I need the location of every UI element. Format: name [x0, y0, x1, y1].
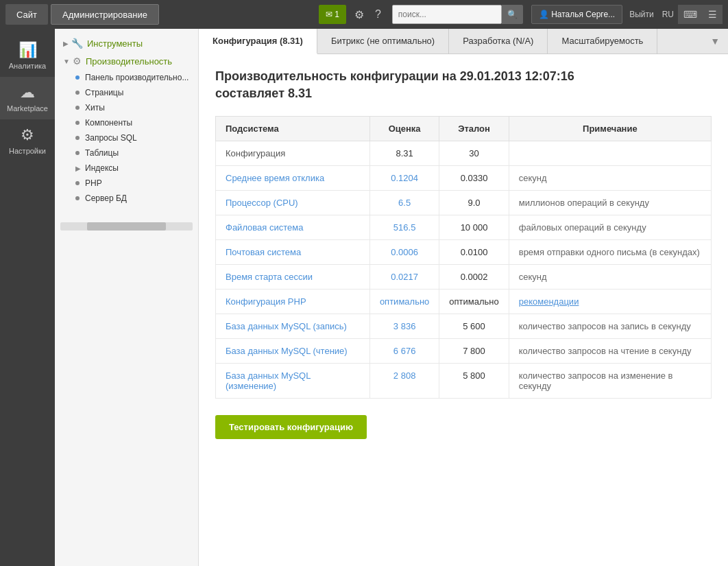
row-link-5[interactable]: Время старта сессии [226, 272, 313, 282]
cell-name-2[interactable]: Процессор (CPU) [216, 191, 370, 215]
row-link-6[interactable]: Конфигурация PHP [226, 296, 306, 307]
nav-dot-dbserver [75, 196, 80, 200]
col-header-standard: Эталон [439, 117, 509, 141]
language-button[interactable]: RU [658, 10, 678, 19]
nav-subitem-components[interactable]: Компоненты [55, 115, 198, 130]
sidebar-item-analytics[interactable]: 📊 Аналитика [0, 34, 55, 77]
nav-item-performance[interactable]: ▼ ⚙ Производительность [55, 52, 198, 70]
nav-icon-tools: 🔧 [71, 38, 83, 49]
table-row: База данных MySQL (изменение)2 8085 800к… [216, 364, 712, 399]
nav-arrow-performance: ▼ [63, 58, 70, 65]
row-link-7[interactable]: База данных MySQL (запись) [226, 321, 347, 331]
nav-tree: ▶ 🔧 Инструменты ▼ ⚙ Производительность П… [55, 29, 199, 566]
nav-subitem-pages[interactable]: Страницы [55, 85, 198, 100]
search-input[interactable] [392, 5, 502, 24]
row-link-4[interactable]: Почтовая система [226, 247, 301, 257]
extra-button[interactable]: ☰ [703, 5, 723, 24]
nav-label-indexes: Индексы [85, 163, 119, 173]
admin-button[interactable]: Администрирование [51, 4, 159, 25]
cell-name-3[interactable]: Файловая система [216, 215, 370, 240]
cell-standard-5: 0.0002 [439, 265, 509, 290]
table-row: Почтовая система0.00060.0100время отправ… [216, 240, 712, 265]
table-row: Файловая система516.510 000файловых опер… [216, 215, 712, 240]
cell-note-6: рекомендации [509, 290, 711, 314]
tab-dev[interactable]: Разработка (N/A) [449, 29, 548, 54]
page-title: Производительность конфигурации на 29.01… [215, 68, 712, 102]
cell-name-1[interactable]: Среднее время отклика [216, 166, 370, 191]
cell-standard-7: 5 600 [439, 314, 509, 339]
cell-name-4[interactable]: Почтовая система [216, 240, 370, 265]
sidebar-label-analytics: Аналитика [9, 62, 46, 70]
nav-label-php: PHP [85, 178, 102, 188]
nav-scrollbar-track [87, 222, 167, 231]
sidebar-item-settings[interactable]: ⚙ Настройки [0, 119, 55, 162]
nav-scrollbar[interactable] [60, 222, 193, 231]
col-header-subsystem: Подсистема [216, 117, 370, 141]
nav-subitem-php[interactable]: PHP [55, 176, 198, 191]
nav-label-hits: Хиты [85, 103, 105, 113]
cell-note-7: количество запросов на запись в секунду [509, 314, 711, 339]
row-link-2[interactable]: Процессор (CPU) [226, 198, 298, 208]
table-row: База данных MySQL (запись)3 8365 600коли… [216, 314, 712, 339]
nav-subitem-dbserver[interactable]: Сервер БД [55, 191, 198, 206]
nav-label-dbserver: Сервер БД [85, 193, 127, 203]
cell-standard-4: 0.0100 [439, 240, 509, 265]
nav-subitem-hits[interactable]: Хиты [55, 100, 198, 115]
cell-name-7[interactable]: База данных MySQL (запись) [216, 314, 370, 339]
col-header-score: Оценка [369, 117, 439, 141]
row-link-8[interactable]: База данных MySQL (чтение) [226, 346, 348, 356]
cell-name-5[interactable]: Время старта сессии [216, 265, 370, 290]
cell-standard-8: 7 800 [439, 339, 509, 364]
nav-dot-tables [75, 151, 80, 155]
settings-icon-button[interactable]: ⚙ [349, 4, 369, 25]
user-menu-button[interactable]: 👤 Наталья Серге... [531, 5, 622, 24]
search-button[interactable]: 🔍 [502, 5, 523, 24]
cell-note-9: количество запросов на изменение в секун… [509, 364, 711, 399]
cell-score-3: 516.5 [369, 215, 439, 240]
nav-label-components: Компоненты [85, 118, 132, 128]
cell-name-6[interactable]: Конфигурация PHP [216, 290, 370, 314]
notification-button[interactable]: ✉ 1 [319, 5, 346, 24]
nav-item-tools[interactable]: ▶ 🔧 Инструменты [55, 34, 198, 52]
table-row: Конфигурация PHPоптимальнооптимальнореко… [216, 290, 712, 314]
cell-note-4: время отправки одного письма (в секундах… [509, 240, 711, 265]
note-link-6[interactable]: рекомендации [519, 296, 579, 307]
nav-subitem-sql[interactable]: Запросы SQL [55, 130, 198, 145]
nav-dot-pages [75, 91, 80, 95]
row-link-9[interactable]: База данных MySQL (изменение) [226, 370, 311, 391]
cell-standard-3: 10 000 [439, 215, 509, 240]
cell-name-8[interactable]: База данных MySQL (чтение) [216, 339, 370, 364]
cell-name-9[interactable]: База данных MySQL (изменение) [216, 364, 370, 399]
cell-score-9: 2 808 [369, 364, 439, 399]
site-button[interactable]: Сайт [5, 4, 48, 25]
cell-score-2: 6.5 [369, 191, 439, 215]
nav-label-performance: Производительность [86, 56, 172, 67]
help-icon-button[interactable]: ? [369, 4, 387, 25]
table-row: Конфигурация8.3130 [216, 141, 712, 166]
tab-config[interactable]: Конфигурация (8.31) [199, 29, 317, 54]
nav-subitem-panel[interactable]: Панель производительно... [55, 70, 198, 85]
sidebar-item-marketplace[interactable]: ☁ Marketplace [0, 77, 55, 119]
tab-scale[interactable]: Масштабируемость [548, 29, 657, 54]
row-link-3[interactable]: Файловая система [226, 222, 303, 233]
notification-count: 1 [335, 10, 339, 19]
row-link-1[interactable]: Среднее время отклика [226, 173, 324, 183]
col-header-note: Примечание [509, 117, 711, 141]
cell-name-0: Конфигурация [216, 141, 370, 166]
nav-subitem-indexes[interactable]: ▶ Индексы [55, 161, 198, 176]
test-button[interactable]: Тестировать конфигурацию [215, 415, 367, 439]
tab-dropdown-arrow[interactable]: ▼ [702, 29, 728, 54]
user-icon: 👤 [539, 10, 549, 19]
nav-subitem-tables[interactable]: Таблицы [55, 145, 198, 161]
tab-bitrix[interactable]: Битрикс (не оптимально) [317, 29, 449, 54]
logout-button[interactable]: Выйти [625, 10, 658, 19]
cell-score-7: 3 836 [369, 314, 439, 339]
layout: 📊 Аналитика ☁ Marketplace ⚙ Настройки ▶ … [0, 29, 728, 566]
nav-arrow-indexes: ▶ [75, 165, 81, 172]
nav-label-panel: Панель производительно... [85, 73, 189, 82]
nav-dot-hits [75, 106, 80, 110]
cell-standard-9: 5 800 [439, 364, 509, 399]
analytics-icon: 📊 [19, 41, 37, 59]
flag-button[interactable]: ⌨ [678, 5, 703, 24]
topbar: Сайт Администрирование ✉ 1 ⚙ ? 🔍 👤 Натал… [0, 0, 728, 29]
